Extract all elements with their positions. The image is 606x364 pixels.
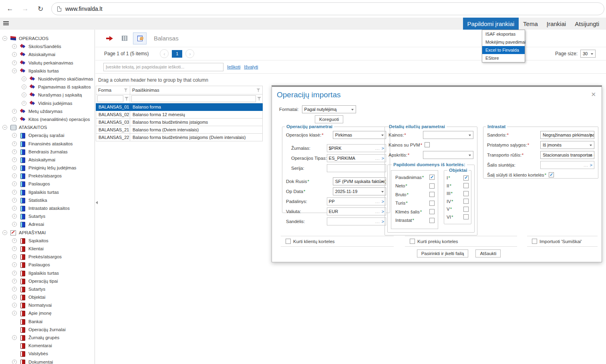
close-icon[interactable]: ✕ xyxy=(591,91,596,98)
op-data-select[interactable]: 2025-11-19 xyxy=(333,187,386,195)
tree-item[interactable]: Metų uždarymas xyxy=(0,107,95,115)
tree-item[interactable]: ATASKAITOS xyxy=(0,123,95,131)
tree-item[interactable]: Bankai xyxy=(0,318,95,326)
expand-icon[interactable] xyxy=(12,287,17,292)
tree-item[interactable]: Pajamavimas iš sąskaitos xyxy=(0,83,95,91)
tree-item[interactable]: Žurnalų grupės xyxy=(0,334,95,342)
expand-icon[interactable] xyxy=(22,93,26,97)
expand-icon[interactable] xyxy=(12,141,17,146)
checkbox[interactable] xyxy=(463,199,469,204)
cell-paaiskinimas[interactable]: Balanso forma biudžetinėms įstaigoms xyxy=(130,119,263,126)
expand-icon[interactable] xyxy=(12,335,17,340)
ellipsis-button[interactable] xyxy=(584,163,592,167)
expand-icon[interactable] xyxy=(22,101,26,106)
expand-icon[interactable] xyxy=(22,84,26,89)
dropdown-item[interactable]: Mokėjimų pavedimai xyxy=(482,38,525,46)
filter-input-forma[interactable] xyxy=(97,95,123,102)
url-bar[interactable]: www.finvalda.lt xyxy=(51,2,604,15)
select-and-upload-file-button[interactable]: Pasirinkti ir įkelti failą xyxy=(417,249,469,257)
cell-paaiskinimas[interactable]: Balanso forma (Dviem intervalais) xyxy=(130,126,263,134)
tree-item[interactable]: Ilgalaikis turtas xyxy=(0,269,95,277)
tree-item[interactable]: Apie įmonę xyxy=(0,309,95,317)
table-row[interactable]: BALANSAS_01 Balanso forma xyxy=(96,103,263,111)
filter-icon[interactable] xyxy=(256,88,260,92)
padalinys-field[interactable]: PP xyxy=(327,197,386,205)
cell-paaiskinimas[interactable]: Balanso forma xyxy=(130,103,263,111)
checkbox[interactable] xyxy=(463,207,469,212)
tree-item[interactable]: Skolos/Sandėlis xyxy=(0,42,95,50)
expand-icon[interactable] xyxy=(12,254,17,259)
tree-item[interactable]: Valstybės xyxy=(0,350,95,358)
salis-siunteja-field[interactable] xyxy=(540,161,594,169)
dok-rusis-select[interactable]: SF (PVM sąskaita faktūra) xyxy=(333,177,386,185)
expand-icon[interactable] xyxy=(12,311,17,316)
export-button[interactable] xyxy=(103,32,116,44)
tree-item[interactable]: Paslaugos xyxy=(0,261,95,269)
sali-siulyti-checkbox[interactable] xyxy=(549,172,554,177)
tree-item[interactable]: Kitos (neanalitinės) operacijos xyxy=(0,115,95,123)
dropdown-item[interactable]: ISAF eksportas xyxy=(482,30,525,38)
cell-paaiskinimas[interactable]: Balanso forma 12 mėnesių xyxy=(130,111,263,119)
page-info-icon[interactable] xyxy=(57,6,61,12)
checkbox[interactable] xyxy=(463,183,469,188)
ellipsis-button[interactable] xyxy=(375,199,384,204)
prev-page-button[interactable]: ‹ xyxy=(160,49,169,58)
checkbox[interactable] xyxy=(410,239,415,244)
expand-icon[interactable] xyxy=(12,303,17,308)
next-page-button[interactable]: › xyxy=(185,49,194,58)
kainos-select[interactable] xyxy=(423,131,473,139)
column-header-forma[interactable]: Forma xyxy=(96,86,130,95)
operacijos-tipas-field[interactable]: ES_PIRKIMA xyxy=(327,154,386,162)
dropdown-item[interactable]: Excel to Finvalda xyxy=(482,46,525,54)
serija-field[interactable] xyxy=(327,164,386,172)
expand-icon[interactable] xyxy=(12,198,17,203)
checkbox[interactable] xyxy=(429,192,435,197)
checkbox[interactable] xyxy=(463,191,469,196)
expand-icon[interactable] xyxy=(12,360,17,364)
checkbox[interactable] xyxy=(463,214,469,219)
cell-forma[interactable]: BALANSAS_03 xyxy=(96,119,130,126)
tree-item[interactable]: OPERACIJOS xyxy=(0,34,95,42)
filter-button[interactable] xyxy=(125,97,129,101)
checkbox[interactable] xyxy=(463,175,469,181)
tree-item[interactable]: Normatyvai xyxy=(0,301,95,309)
cell-forma[interactable]: BALANSAS_22 xyxy=(96,134,130,141)
tree-item[interactable]: Dokumentai xyxy=(0,358,95,364)
menu-item[interactable]: Papildomi įrankiai xyxy=(463,18,519,30)
tree-item[interactable]: Sutartys xyxy=(0,285,95,293)
format-select[interactable]: Pagal nutylėjimą xyxy=(302,105,356,113)
table-row[interactable]: BALANSAS_03 Balanso forma biudžetinėms į… xyxy=(96,119,263,126)
table-row[interactable]: BALANSAS_22 Balanso forma biudžetinėms į… xyxy=(96,134,263,141)
tree-item[interactable]: Operacijų tipai xyxy=(0,277,95,285)
checkbox[interactable] xyxy=(429,175,435,180)
column-header-paaiskinimas[interactable]: Paaiškinimas xyxy=(130,86,263,95)
koreguoti-button[interactable]: Koreguoti xyxy=(315,115,343,123)
expand-icon[interactable] xyxy=(12,60,17,65)
forward-button[interactable]: → xyxy=(20,5,30,13)
menu-item[interactable]: Įrankiai xyxy=(542,18,570,30)
tree-item[interactable]: Vidinis judėjimas xyxy=(0,99,95,107)
tree-item[interactable]: Piniginių lėšų judėjimas xyxy=(0,164,95,172)
expand-icon[interactable] xyxy=(12,246,17,251)
tree-item[interactable]: Operacijų žurnalai xyxy=(0,326,95,334)
dropdown-item[interactable]: EStore xyxy=(482,54,525,62)
tree-item[interactable]: Komentarai xyxy=(0,342,95,350)
tree-item[interactable]: Sąskaitos xyxy=(0,237,95,245)
expand-icon[interactable] xyxy=(12,214,17,219)
expand-icon[interactable] xyxy=(12,222,17,227)
expand-icon[interactable] xyxy=(2,230,7,235)
kainos-su-pvm-checkbox[interactable] xyxy=(425,142,430,147)
tree-item[interactable]: Valiutų perkainavimas xyxy=(0,59,95,67)
tree-item[interactable]: Atsiskaitymai xyxy=(0,156,95,164)
apskritis-select[interactable] xyxy=(423,151,473,159)
ellipsis-button[interactable] xyxy=(375,156,384,161)
tree-item[interactable]: APRAŠYMAI xyxy=(0,229,95,237)
menu-item[interactable]: Tema xyxy=(519,18,542,30)
checkbox[interactable] xyxy=(286,239,291,244)
pristatymo-salygos-select[interactable]: Iš įmonės xyxy=(540,141,594,149)
table-row[interactable]: BALANSAS_21 Balanso forma (Dviem interva… xyxy=(96,126,263,134)
tree-item[interactable]: Prekės/atsargos xyxy=(0,172,95,180)
tree-item[interactable]: Prekės/atsargos xyxy=(0,253,95,261)
tree-item[interactable]: Nusidėvėjimo skaičiavimas xyxy=(0,75,95,83)
tree-item[interactable]: Intrastato ataskaitos xyxy=(0,204,95,212)
